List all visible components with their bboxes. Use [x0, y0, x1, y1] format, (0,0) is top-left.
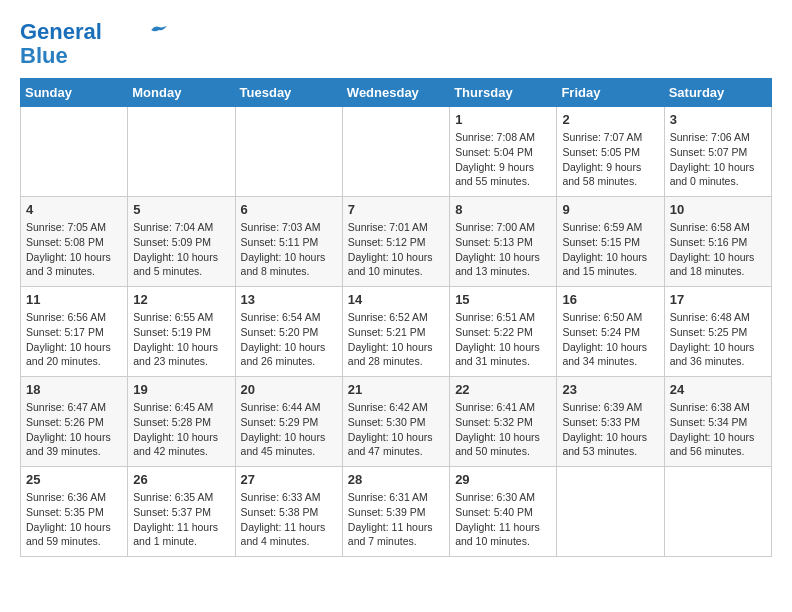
- day-number: 27: [241, 472, 337, 487]
- day-number: 21: [348, 382, 444, 397]
- day-number: 3: [670, 112, 766, 127]
- calendar-cell: 9Sunrise: 6:59 AMSunset: 5:15 PMDaylight…: [557, 197, 664, 287]
- day-number: 15: [455, 292, 551, 307]
- day-info: Sunrise: 6:39 AMSunset: 5:33 PMDaylight:…: [562, 400, 658, 459]
- weekday-header-saturday: Saturday: [664, 79, 771, 107]
- calendar-cell: [664, 467, 771, 557]
- weekday-header-wednesday: Wednesday: [342, 79, 449, 107]
- calendar-cell: 14Sunrise: 6:52 AMSunset: 5:21 PMDayligh…: [342, 287, 449, 377]
- calendar-cell: 11Sunrise: 6:56 AMSunset: 5:17 PMDayligh…: [21, 287, 128, 377]
- calendar-week-row: 25Sunrise: 6:36 AMSunset: 5:35 PMDayligh…: [21, 467, 772, 557]
- calendar-cell: 21Sunrise: 6:42 AMSunset: 5:30 PMDayligh…: [342, 377, 449, 467]
- day-number: 24: [670, 382, 766, 397]
- day-number: 11: [26, 292, 122, 307]
- day-info: Sunrise: 6:51 AMSunset: 5:22 PMDaylight:…: [455, 310, 551, 369]
- day-info: Sunrise: 6:56 AMSunset: 5:17 PMDaylight:…: [26, 310, 122, 369]
- calendar-cell: [557, 467, 664, 557]
- day-number: 26: [133, 472, 229, 487]
- calendar-week-row: 18Sunrise: 6:47 AMSunset: 5:26 PMDayligh…: [21, 377, 772, 467]
- day-number: 7: [348, 202, 444, 217]
- day-number: 28: [348, 472, 444, 487]
- day-info: Sunrise: 7:06 AMSunset: 5:07 PMDaylight:…: [670, 130, 766, 189]
- day-info: Sunrise: 6:59 AMSunset: 5:15 PMDaylight:…: [562, 220, 658, 279]
- day-info: Sunrise: 6:54 AMSunset: 5:20 PMDaylight:…: [241, 310, 337, 369]
- day-info: Sunrise: 6:45 AMSunset: 5:28 PMDaylight:…: [133, 400, 229, 459]
- weekday-header-monday: Monday: [128, 79, 235, 107]
- day-info: Sunrise: 6:41 AMSunset: 5:32 PMDaylight:…: [455, 400, 551, 459]
- day-number: 23: [562, 382, 658, 397]
- calendar-week-row: 11Sunrise: 6:56 AMSunset: 5:17 PMDayligh…: [21, 287, 772, 377]
- day-info: Sunrise: 6:35 AMSunset: 5:37 PMDaylight:…: [133, 490, 229, 549]
- calendar-table: SundayMondayTuesdayWednesdayThursdayFrid…: [20, 78, 772, 557]
- calendar-cell: 8Sunrise: 7:00 AMSunset: 5:13 PMDaylight…: [450, 197, 557, 287]
- day-number: 22: [455, 382, 551, 397]
- day-info: Sunrise: 7:01 AMSunset: 5:12 PMDaylight:…: [348, 220, 444, 279]
- calendar-cell: [21, 107, 128, 197]
- calendar-cell: 28Sunrise: 6:31 AMSunset: 5:39 PMDayligh…: [342, 467, 449, 557]
- day-number: 16: [562, 292, 658, 307]
- weekday-header-friday: Friday: [557, 79, 664, 107]
- calendar-cell: 6Sunrise: 7:03 AMSunset: 5:11 PMDaylight…: [235, 197, 342, 287]
- day-number: 25: [26, 472, 122, 487]
- day-info: Sunrise: 6:52 AMSunset: 5:21 PMDaylight:…: [348, 310, 444, 369]
- day-info: Sunrise: 6:47 AMSunset: 5:26 PMDaylight:…: [26, 400, 122, 459]
- day-info: Sunrise: 7:03 AMSunset: 5:11 PMDaylight:…: [241, 220, 337, 279]
- day-info: Sunrise: 7:05 AMSunset: 5:08 PMDaylight:…: [26, 220, 122, 279]
- calendar-cell: [128, 107, 235, 197]
- calendar-cell: 23Sunrise: 6:39 AMSunset: 5:33 PMDayligh…: [557, 377, 664, 467]
- day-number: 9: [562, 202, 658, 217]
- day-info: Sunrise: 7:08 AMSunset: 5:04 PMDaylight:…: [455, 130, 551, 189]
- calendar-cell: 25Sunrise: 6:36 AMSunset: 5:35 PMDayligh…: [21, 467, 128, 557]
- day-info: Sunrise: 7:07 AMSunset: 5:05 PMDaylight:…: [562, 130, 658, 189]
- day-info: Sunrise: 6:38 AMSunset: 5:34 PMDaylight:…: [670, 400, 766, 459]
- day-info: Sunrise: 6:58 AMSunset: 5:16 PMDaylight:…: [670, 220, 766, 279]
- calendar-cell: 19Sunrise: 6:45 AMSunset: 5:28 PMDayligh…: [128, 377, 235, 467]
- day-number: 5: [133, 202, 229, 217]
- calendar-cell: 27Sunrise: 6:33 AMSunset: 5:38 PMDayligh…: [235, 467, 342, 557]
- day-number: 4: [26, 202, 122, 217]
- day-number: 14: [348, 292, 444, 307]
- weekday-header-row: SundayMondayTuesdayWednesdayThursdayFrid…: [21, 79, 772, 107]
- day-number: 10: [670, 202, 766, 217]
- day-number: 19: [133, 382, 229, 397]
- logo: General Blue: [20, 20, 168, 68]
- day-info: Sunrise: 6:55 AMSunset: 5:19 PMDaylight:…: [133, 310, 229, 369]
- page-header: General Blue: [20, 20, 772, 68]
- calendar-cell: 1Sunrise: 7:08 AMSunset: 5:04 PMDaylight…: [450, 107, 557, 197]
- calendar-cell: 15Sunrise: 6:51 AMSunset: 5:22 PMDayligh…: [450, 287, 557, 377]
- day-info: Sunrise: 6:33 AMSunset: 5:38 PMDaylight:…: [241, 490, 337, 549]
- calendar-cell: 26Sunrise: 6:35 AMSunset: 5:37 PMDayligh…: [128, 467, 235, 557]
- calendar-week-row: 1Sunrise: 7:08 AMSunset: 5:04 PMDaylight…: [21, 107, 772, 197]
- calendar-cell: 4Sunrise: 7:05 AMSunset: 5:08 PMDaylight…: [21, 197, 128, 287]
- calendar-cell: 16Sunrise: 6:50 AMSunset: 5:24 PMDayligh…: [557, 287, 664, 377]
- calendar-cell: 12Sunrise: 6:55 AMSunset: 5:19 PMDayligh…: [128, 287, 235, 377]
- logo-blue-text: Blue: [20, 44, 68, 68]
- day-number: 13: [241, 292, 337, 307]
- day-number: 12: [133, 292, 229, 307]
- calendar-cell: 10Sunrise: 6:58 AMSunset: 5:16 PMDayligh…: [664, 197, 771, 287]
- day-number: 29: [455, 472, 551, 487]
- calendar-cell: 18Sunrise: 6:47 AMSunset: 5:26 PMDayligh…: [21, 377, 128, 467]
- day-number: 2: [562, 112, 658, 127]
- calendar-cell: 2Sunrise: 7:07 AMSunset: 5:05 PMDaylight…: [557, 107, 664, 197]
- weekday-header-thursday: Thursday: [450, 79, 557, 107]
- logo-bird-icon: [150, 23, 168, 37]
- day-info: Sunrise: 6:44 AMSunset: 5:29 PMDaylight:…: [241, 400, 337, 459]
- day-info: Sunrise: 7:00 AMSunset: 5:13 PMDaylight:…: [455, 220, 551, 279]
- logo-text: General: [20, 20, 102, 44]
- calendar-cell: 13Sunrise: 6:54 AMSunset: 5:20 PMDayligh…: [235, 287, 342, 377]
- calendar-cell: 24Sunrise: 6:38 AMSunset: 5:34 PMDayligh…: [664, 377, 771, 467]
- calendar-cell: 5Sunrise: 7:04 AMSunset: 5:09 PMDaylight…: [128, 197, 235, 287]
- day-number: 18: [26, 382, 122, 397]
- day-info: Sunrise: 6:31 AMSunset: 5:39 PMDaylight:…: [348, 490, 444, 549]
- day-info: Sunrise: 6:50 AMSunset: 5:24 PMDaylight:…: [562, 310, 658, 369]
- day-number: 1: [455, 112, 551, 127]
- day-number: 8: [455, 202, 551, 217]
- day-info: Sunrise: 6:36 AMSunset: 5:35 PMDaylight:…: [26, 490, 122, 549]
- day-info: Sunrise: 7:04 AMSunset: 5:09 PMDaylight:…: [133, 220, 229, 279]
- calendar-cell: [342, 107, 449, 197]
- day-number: 20: [241, 382, 337, 397]
- weekday-header-sunday: Sunday: [21, 79, 128, 107]
- weekday-header-tuesday: Tuesday: [235, 79, 342, 107]
- calendar-week-row: 4Sunrise: 7:05 AMSunset: 5:08 PMDaylight…: [21, 197, 772, 287]
